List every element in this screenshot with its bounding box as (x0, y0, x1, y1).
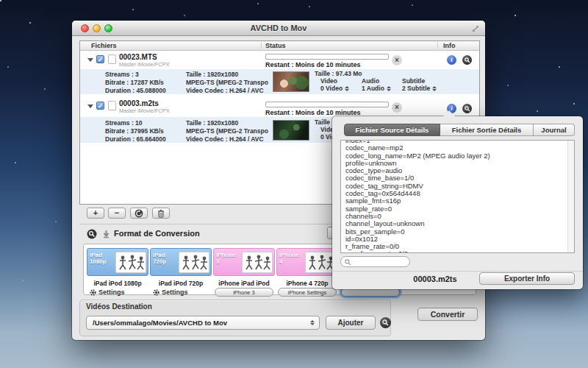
preset-caption: iPad iPod 1080p (87, 280, 148, 287)
add-destination-button[interactable]: Ajouter (326, 316, 376, 330)
preview-button[interactable] (462, 104, 472, 113)
bitrate: Bitrate : 37995 KB/s (105, 127, 164, 135)
bitrate: Bitrate : 17287 KB/s (105, 79, 164, 86)
format-preview-icon[interactable] (87, 229, 97, 239)
tab-journal[interactable]: Journal (534, 124, 575, 136)
column-divider (261, 42, 262, 49)
subtitle-stream-select[interactable]: Subtitle 2 Subtitle (402, 77, 437, 92)
scrollbar[interactable] (567, 141, 574, 252)
table-row[interactable]: ✓ 00003.m2ts Master iMovie/FCPX Restant … (80, 94, 479, 117)
file-icon (108, 54, 116, 64)
preset-tile-iphone-4[interactable]: iPhone 4 (276, 248, 338, 276)
progress-bar (265, 102, 389, 107)
destination-path: /Users/ommalago/Movies/AVCHD to Mov (93, 319, 227, 327)
clear-list-button[interactable] (152, 208, 170, 219)
info-button[interactable]: i (447, 55, 456, 65)
download-arrow-icon (102, 230, 110, 238)
format-section-title: Format de Conversion (114, 229, 200, 238)
dancers-icon (180, 253, 209, 273)
export-info-button[interactable]: Exporter Info (479, 272, 575, 285)
dancers-icon (243, 253, 273, 273)
container: MPEG-TS (MPEG-2 Transpo (186, 127, 268, 135)
stepper-icon (432, 86, 437, 91)
video-thumbnail (273, 120, 309, 141)
streams: Streams : 10 (105, 119, 143, 127)
cancel-conversion-button[interactable]: × (392, 102, 402, 113)
file-checkbox[interactable]: ✓ (96, 55, 104, 63)
gear-icon (152, 289, 160, 297)
file-details-row: Streams : 3 Bitrate : 17287 KB/s Duratio… (80, 69, 479, 94)
column-header-files[interactable]: Fichiers (91, 42, 117, 49)
preset-artwork (115, 252, 146, 273)
file-preset: Master iMovie/FCPX (119, 107, 170, 114)
cancel-conversion-button[interactable]: × (392, 55, 402, 66)
column-header-info[interactable]: Info (443, 42, 456, 49)
disclosure-triangle-icon[interactable] (87, 105, 93, 108)
preset-tile-ipad-1080p[interactable]: iPad 1080p (87, 248, 148, 276)
window-title: AVCHD to Mov (72, 24, 485, 32)
tab-source-details[interactable]: Fichier Source Détails (344, 124, 440, 136)
reveal-destination-button[interactable] (380, 317, 391, 328)
preset-caption: iPhone iPad iPod (213, 280, 275, 287)
file-checkbox[interactable]: ✓ (96, 102, 104, 110)
divider (332, 271, 583, 272)
preset-settings[interactable]: Settings (87, 288, 148, 297)
preset-caption: iPhone 4 720p (276, 280, 338, 287)
tab-output-details[interactable]: Fichier Sortie Détails (440, 124, 534, 136)
preset-settings-button[interactable]: iPhone Settings (278, 288, 337, 297)
select-arrows-icon (310, 320, 315, 325)
disclosure-triangle-icon[interactable] (87, 58, 93, 62)
resize-icon[interactable] (472, 25, 479, 32)
file-preset: Master iMovie/FCPX (119, 61, 170, 68)
remove-file-button[interactable]: − (108, 208, 126, 219)
add-file-button[interactable]: + (87, 208, 104, 219)
file-name: 00023.MTS (119, 53, 157, 61)
destination-select[interactable]: /Users/ommalago/Movies/AVCHD to Mov (86, 316, 320, 330)
preset-tile-iphone-3[interactable]: iPhone 3 (213, 248, 275, 276)
preset-artwork (305, 252, 336, 273)
convert-button[interactable]: Convertir (417, 308, 478, 321)
file-size: Taille : 97.43 Mo (315, 70, 362, 77)
remaining-time: Restant : Moins de 10 minutes (265, 109, 361, 116)
destination-group: Vidéos Destination /Users/ommalago/Movie… (79, 300, 391, 336)
stepper-icon (345, 86, 349, 91)
container: MPEG-TS (MPEG-2 Transpo (186, 79, 268, 86)
stream-details-text: index=1 codec_name=mp2 codec_long_name=M… (341, 140, 574, 253)
magnifier-icon (465, 106, 470, 112)
table-row[interactable]: ✓ 00023.MTS Master iMovie/FCPX Restant :… (80, 51, 479, 69)
progress-bar (265, 54, 389, 60)
popover-arrow (443, 110, 455, 116)
details-search-field[interactable] (340, 256, 410, 267)
stepper-icon (387, 86, 391, 91)
reload-button[interactable] (130, 208, 148, 219)
audio-stream-select[interactable]: Audio 1 Audio (362, 77, 391, 92)
file-name: 00003.m2ts (119, 99, 159, 107)
preset-artwork (242, 252, 273, 273)
trash-icon (157, 209, 165, 218)
dimensions: Taille : 1920x1080 (186, 119, 238, 127)
gear-icon (89, 289, 97, 297)
preview-button[interactable] (462, 55, 472, 65)
preset-settings[interactable]: Settings (150, 288, 212, 297)
preset-tile-ipad-720p[interactable]: iPad 720p (150, 248, 212, 276)
remaining-time: Restant : Moins de 10 minutes (265, 61, 361, 68)
titlebar[interactable]: AVCHD to Mov (72, 21, 485, 36)
column-header-status[interactable]: Status (265, 42, 286, 49)
search-icon (345, 259, 351, 266)
preset-caption: iPad iPod 720p (150, 280, 212, 287)
details-tabs: Fichier Source Détails Fichier Sortie Dé… (344, 124, 575, 136)
table-header: Fichiers Status Info (80, 41, 479, 51)
preset-settings-button[interactable]: iPhone 3 (215, 288, 273, 297)
refresh-icon (135, 209, 143, 218)
video-stream-select[interactable]: Video 0 Video (320, 77, 349, 92)
video-codec: Video Codec : H.264 / AVC (186, 135, 264, 143)
magnifier-icon (382, 319, 389, 326)
dancers-icon (306, 253, 336, 273)
magnifier-icon (465, 57, 470, 63)
dancers-icon (117, 253, 146, 273)
info-popover: Fichier Source Détails Fichier Sortie Dé… (332, 116, 583, 289)
details-textarea[interactable]: index=1 codec_name=mp2 codec_long_name=M… (340, 140, 575, 253)
video-thumbnail (273, 71, 309, 92)
file-size: Taille : (315, 118, 334, 126)
column-divider (437, 42, 438, 49)
